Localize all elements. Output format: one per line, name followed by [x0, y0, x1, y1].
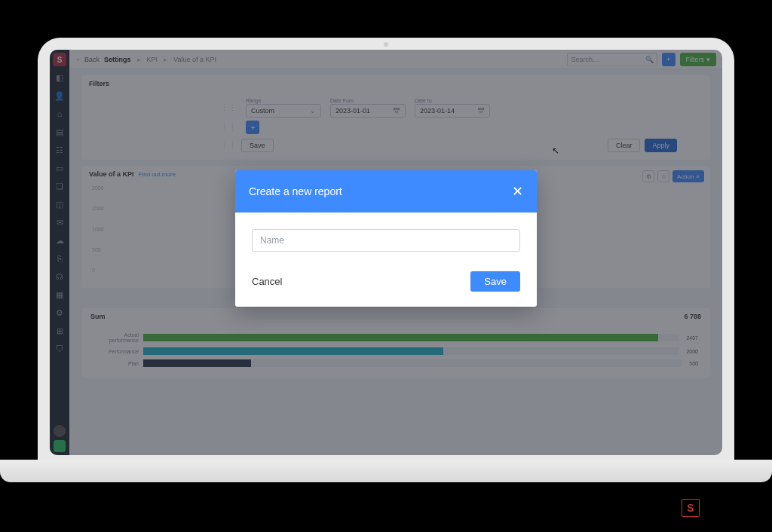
close-icon[interactable]: ✕ — [512, 183, 523, 200]
laptop-frame: S ◧ 👤 ⌂ ▤ ☷ ▭ ❏ ◫ ✉ ☁ ⎘ ☊ ▦ ⚙ ⊞ ⛉ — [38, 38, 734, 467]
modal-header: Create a new report ✕ — [235, 170, 537, 212]
cancel-button[interactable]: Cancel — [252, 276, 282, 287]
modal-overlay[interactable]: Create a new report ✕ Cancel Save — [50, 50, 722, 455]
report-name-input[interactable] — [252, 229, 520, 252]
save-button[interactable]: Save — [470, 271, 520, 292]
page-brand-icon: S — [682, 499, 700, 517]
create-report-modal: Create a new report ✕ Cancel Save — [235, 170, 537, 307]
modal-title: Create a new report — [249, 185, 342, 197]
screen: S ◧ 👤 ⌂ ▤ ☷ ▭ ❏ ◫ ✉ ☁ ⎘ ☊ ▦ ⚙ ⊞ ⛉ — [50, 50, 722, 455]
camera-dot — [384, 42, 388, 47]
